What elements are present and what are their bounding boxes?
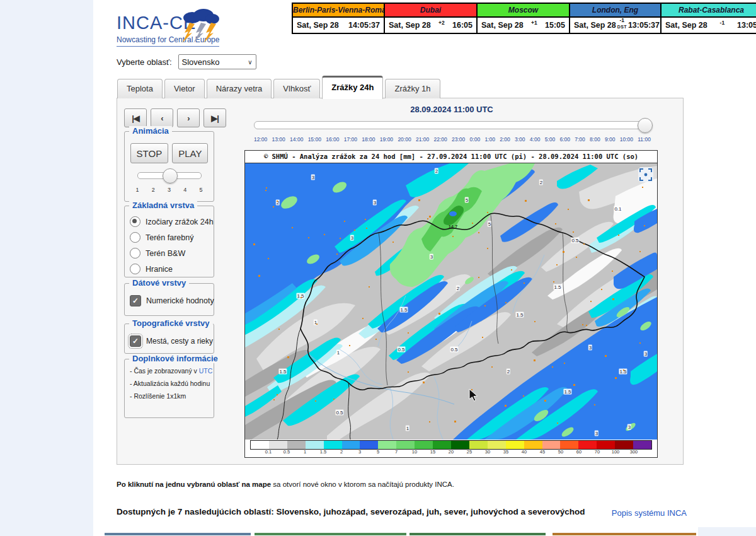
station-value-dot <box>354 230 355 231</box>
region-select-dropdown[interactable]: Slovensko ∨ <box>178 54 256 69</box>
utc-link[interactable]: UTC <box>199 367 213 375</box>
contour-label: 0.5 <box>450 347 458 352</box>
region-box-edge-4 <box>553 533 696 535</box>
station-value-dot <box>375 339 377 340</box>
contour-label: 0.1 <box>614 206 622 212</box>
station-value-dot <box>287 356 289 358</box>
clock-city-name: Moscow <box>478 4 569 18</box>
clock-offset-value: -1 <box>620 18 625 23</box>
contour-label: 1.5 <box>399 307 408 313</box>
colorbar-cell <box>342 441 360 449</box>
region-box-edge-2 <box>255 533 406 535</box>
radio-unselected[interactable] <box>130 232 140 243</box>
tab-vietor[interactable]: Vietor <box>164 79 205 98</box>
colorbar-cell <box>633 441 651 449</box>
colorbar-label: 10 <box>412 449 417 455</box>
station-value-dot <box>277 201 278 202</box>
clock-column-4: London, EngSat, Sep 28-1DST13:05:37 <box>570 4 662 33</box>
animation-speed-handle[interactable] <box>163 168 178 184</box>
station-value-dot <box>349 345 350 346</box>
cities-roads-rivers-option[interactable]: Mestá, cesty a rieky <box>130 333 214 349</box>
previous-frame-button[interactable]: ‹ <box>151 108 173 127</box>
station-value-dot <box>491 366 493 368</box>
base-layer-label: Terén farebný <box>146 233 193 242</box>
base-layer-option[interactable]: Terén farebný <box>130 230 214 245</box>
usage-note: Po kliknutí na jednu vybranú oblasť na m… <box>117 481 454 488</box>
next-frame-button[interactable]: › <box>177 108 200 127</box>
clock-offset-label: DST <box>617 25 627 29</box>
station-value-dot <box>408 332 409 334</box>
tab-teplota[interactable]: Teplota <box>117 79 163 98</box>
station-value-dot <box>588 199 590 201</box>
precipitation-map[interactable]: © SHMÚ - Analýza zrážok za 24 hod [mm] -… <box>244 150 658 458</box>
colorbar-label: 20 <box>449 449 454 455</box>
last-frame-button[interactable]: ▶| <box>203 108 226 127</box>
colorbar-cell <box>324 441 342 449</box>
main-panel: |◀ ‹ › ▶| Animácia STOP PLAY 12345 Zákla… <box>117 98 684 465</box>
colorbar-label: 40 <box>522 449 527 455</box>
animation-speed-slider[interactable] <box>137 172 202 179</box>
base-layer-legend: Základná vrstva <box>129 201 197 210</box>
station-value-dot <box>583 243 585 245</box>
colorbar-label: 300 <box>630 449 638 455</box>
topo-layers-legend: Topografické vrstvy <box>129 318 213 328</box>
checkbox-checked-focused[interactable] <box>130 335 141 347</box>
clock-offset: +2 <box>438 23 445 28</box>
station-value-dot <box>639 251 641 252</box>
colorbar-cell <box>578 441 597 449</box>
contour-label: 2 <box>435 168 438 174</box>
play-button[interactable]: PLAY <box>172 143 208 163</box>
radio-selected[interactable] <box>130 216 140 227</box>
timeline-tick: 6:00 <box>559 136 570 143</box>
timeline-tick: 14:00 <box>290 136 303 143</box>
colorbar-label: 3 <box>358 449 361 455</box>
timeline-tick: 5:00 <box>545 136 556 143</box>
base-layer-option[interactable]: Izočiary zrážok 24h <box>130 214 214 230</box>
station-value-dot <box>642 187 643 188</box>
station-value-dot <box>277 394 278 395</box>
radio-unselected[interactable] <box>130 264 140 274</box>
region-select-value: Slovensko <box>182 57 220 67</box>
clock-date: Sat, Sep 28 <box>389 21 431 30</box>
clock-column-3: MoscowSat, Sep 28+115:05 <box>478 4 570 33</box>
timeline-slider-handle[interactable] <box>638 118 653 133</box>
timeline-tick: 21:00 <box>416 136 429 143</box>
region-box-edge-3 <box>410 533 546 535</box>
station-value-dot <box>612 271 613 272</box>
inca-description-link[interactable]: Popis systému INCA <box>612 508 687 518</box>
map-canvas[interactable]: 3231.5111.50.515321.50.50.521.531.5330.1… <box>245 163 657 440</box>
colorbar-label: 100 <box>612 449 620 455</box>
station-value-dot <box>315 400 316 402</box>
station-value-dot <box>573 384 575 386</box>
checkbox-checked[interactable] <box>130 295 141 306</box>
station-value-dot <box>505 302 507 303</box>
base-layer-option[interactable]: Terén B&W <box>130 245 214 261</box>
stop-button[interactable]: STOP <box>130 143 169 163</box>
station-value-dot <box>273 399 275 400</box>
colorbar-cell <box>524 441 542 449</box>
animation-fieldset: Animácia STOP PLAY 12345 <box>124 131 214 202</box>
station-value-dot <box>553 281 554 283</box>
contour-label: 14.7 <box>448 224 459 230</box>
info-fieldset: Doplnkové informácie - Čas je zobrazovan… <box>124 359 214 418</box>
timeline-slider[interactable] <box>254 121 651 129</box>
first-frame-button[interactable]: |◀ <box>124 108 147 127</box>
tab-n-razy-vetra[interactable]: Nárazy vetra <box>207 79 272 98</box>
map-title: © SHMÚ - Analýza zrážok za 24 hod [mm] -… <box>245 151 657 163</box>
station-value-dot <box>324 234 325 235</box>
colorbar-label: 7 <box>395 449 398 455</box>
tab-vlhkos-[interactable]: Vlhkosť <box>273 79 320 98</box>
numeric-values-option[interactable]: Numerické hodnoty <box>130 293 214 308</box>
base-layer-option[interactable]: Hranice <box>130 261 214 277</box>
tab-zr-ky-24h[interactable]: Zrážky 24h <box>322 76 383 99</box>
radio-unselected[interactable] <box>130 248 140 259</box>
station-value-dot <box>366 228 367 229</box>
clock-time-row: Sat, Sep 2814:05:37 <box>293 18 384 33</box>
tab-zr-ky-1h[interactable]: Zrážky 1h <box>385 79 440 98</box>
timeline-tick: 16:00 <box>326 136 339 143</box>
base-layer-label: Terén B&W <box>146 249 185 258</box>
station-value-dot <box>525 200 527 202</box>
contour-label: 3 <box>644 351 648 356</box>
speed-label: 3 <box>168 187 171 193</box>
clock-city-name: Berlin-Paris-Vienna-Roma <box>293 4 384 18</box>
